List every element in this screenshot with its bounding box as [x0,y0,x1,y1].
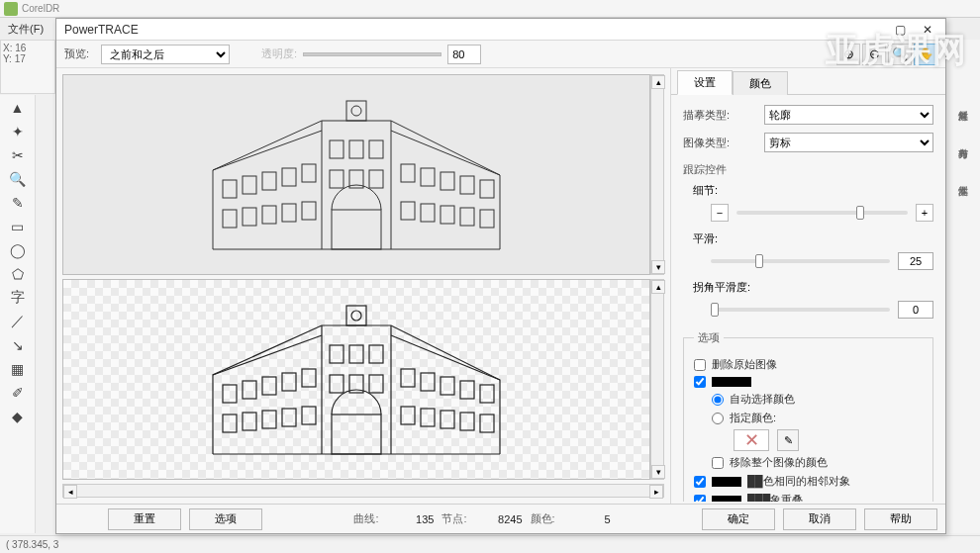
smoothing-slider[interactable] [711,259,890,263]
preview-scroll-v[interactable]: ▴ ▾ [650,74,664,275]
svg-rect-25 [480,210,494,228]
smoothing-value-input[interactable] [898,252,933,270]
svg-rect-8 [262,172,276,190]
svg-rect-45 [223,415,237,432]
svg-rect-60 [330,345,343,363]
connector-tool-icon[interactable]: ↘ [9,336,27,354]
detail-plus-button[interactable]: + [916,204,933,222]
svg-rect-47 [262,411,276,428]
adjacent-same-color-checkbox[interactable]: ██色相同的相邻对象 [694,474,923,489]
svg-rect-12 [243,208,256,226]
ellipse-tool-icon[interactable]: ◯ [9,241,27,259]
cancel-button[interactable]: 取消 [783,508,856,530]
freehand-tool-icon[interactable]: ✎ [9,194,27,212]
shape-tool-icon[interactable]: ✦ [9,123,27,140]
options-button[interactable]: 选项 [189,508,262,530]
svg-rect-62 [369,345,383,363]
maximize-button[interactable]: ▢ [886,21,914,39]
zoom-out-icon[interactable]: ⊖ [862,44,886,65]
app-logo-icon [4,2,18,16]
scroll-down-icon[interactable]: ▾ [651,260,665,274]
color-picker-row: ✕ ✎ [734,429,923,451]
coordinate-readout: X: 16 Y: 17 [0,40,55,94]
text-tool-icon[interactable]: 字 [9,289,27,307]
auto-color-radio[interactable]: 自动选择颜色 [712,392,923,407]
svg-rect-14 [282,204,296,222]
hidden-checkbox-1[interactable] [694,376,923,388]
dialog-title: PowerTRACE [60,23,886,37]
rectangle-tool-icon[interactable]: ▭ [9,218,27,235]
docker-tab-1[interactable]: 对象属性 [954,99,972,107]
corner-slider-row [711,301,933,319]
zoom-in-icon[interactable]: ⊕ [836,44,860,65]
svg-rect-46 [243,413,256,430]
svg-rect-43 [282,373,296,391]
eyedropper-tool-icon[interactable]: ✐ [9,384,27,402]
remove-whole-image-color-checkbox[interactable]: 移除整个图像的颜色 [712,455,923,470]
delete-original-checkbox[interactable]: 删除原始图像 [694,357,923,372]
smoothing-slider-row [711,252,933,270]
pick-tool-icon[interactable]: ▲ [9,99,27,117]
svg-rect-53 [460,381,474,399]
colors-stat: 颜色:5 [531,511,611,526]
zoom-tool-icon[interactable]: 🔍 [9,170,27,188]
pan-icon[interactable]: ✋ [914,44,937,65]
dialog-bottom-bar: 重置 选项 曲线:135 节点:8245 颜色:5 确定 取消 帮助 [56,504,945,533]
app-menubar: CorelDR [0,0,980,18]
corner-value-input[interactable] [898,301,933,319]
svg-rect-27 [349,140,363,158]
scroll-up-icon-2[interactable]: ▴ [651,280,665,294]
svg-rect-18 [441,172,454,190]
no-color-swatch-icon[interactable]: ✕ [734,429,769,451]
trace-controls-heading: 跟踪控件 [683,162,933,177]
polygon-tool-icon[interactable]: ⬠ [9,265,27,283]
image-type-select[interactable]: 剪标 [764,133,933,152]
tab-settings[interactable]: 设置 [677,70,733,95]
eyedropper-icon[interactable]: ✎ [777,429,799,451]
status-bar: ( 378.345, 3 [0,535,980,553]
opacity-value-input[interactable] [447,45,481,64]
help-button[interactable]: 帮助 [864,508,937,530]
effects-tool-icon[interactable]: ▦ [9,360,27,378]
reset-button[interactable]: 重置 [108,508,181,530]
line-tool-icon[interactable]: ／ [9,313,27,330]
scroll-down-icon-2[interactable]: ▾ [651,465,665,479]
right-docker: 对象属性 对齐与分布 文本属性 [944,40,980,533]
detail-minus-button[interactable]: − [711,204,729,222]
close-button[interactable]: ✕ [914,21,941,39]
docker-tab-2[interactable]: 对齐与分布 [954,137,972,144]
tab-color[interactable]: 颜色 [733,71,788,95]
image-type-label: 图像类型: [683,136,754,150]
svg-rect-19 [460,176,474,194]
scroll-right-icon[interactable]: ▸ [649,485,663,499]
options-fieldset: 选项 删除原始图像 自动选择颜色 指定颜色: ✕ ✎ 移除整个图像的颜色 ██色… [683,330,933,502]
detail-slider[interactable] [736,211,908,215]
app-name: CorelDR [22,3,59,14]
opacity-slider[interactable] [303,52,441,56]
dialog-toolbar: 预览: 之前和之后 透明度: ⊕ ⊖ 🔍 ✋ [56,41,945,68]
corner-slider[interactable] [711,308,890,312]
zoom-fit-icon[interactable]: 🔍 [888,44,912,65]
trace-type-select[interactable]: 轮廓 [764,105,933,125]
scroll-up-icon[interactable]: ▴ [651,75,665,89]
specify-color-radio[interactable]: 指定颜色: [712,411,923,425]
preview-before[interactable] [62,74,650,275]
fill-tool-icon[interactable]: ◆ [9,408,27,425]
preview-scroll-v-2[interactable]: ▴ ▾ [650,279,664,480]
svg-rect-51 [421,373,435,391]
preview-scroll-h[interactable]: ◂ ▸ [62,484,664,498]
docker-tab-3[interactable]: 文本属性 [954,174,972,182]
svg-point-4 [351,106,361,116]
svg-rect-61 [349,345,363,363]
preview-after[interactable] [62,279,650,480]
crop-tool-icon[interactable]: ✂ [9,146,27,164]
scroll-left-icon[interactable]: ◂ [63,485,77,499]
overlap-checkbox[interactable]: ███象重叠 [694,493,923,502]
svg-rect-22 [421,204,435,222]
svg-rect-29 [330,170,343,188]
ok-button[interactable]: 确定 [702,508,775,530]
svg-rect-5 [332,210,381,249]
svg-rect-56 [421,409,435,426]
dialog-titlebar[interactable]: PowerTRACE ▢ ✕ [56,19,945,41]
preview-mode-select[interactable]: 之前和之后 [101,45,230,64]
